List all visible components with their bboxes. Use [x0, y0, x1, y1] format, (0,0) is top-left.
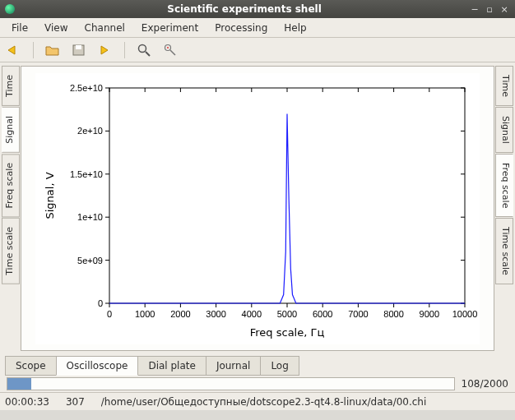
forward-icon — [98, 44, 113, 56]
menu-processing[interactable]: Processing — [208, 20, 274, 36]
magnifier-icon — [137, 44, 151, 57]
right-side-tabs: TimeSignalFreq scaleTime scale — [495, 66, 513, 351]
window-buttons: − ▫ × — [469, 3, 510, 15]
svg-text:5e+09: 5e+09 — [77, 255, 103, 265]
save-icon — [72, 44, 86, 57]
save-button[interactable] — [70, 41, 88, 59]
svg-text:2e+10: 2e+10 — [77, 126, 103, 136]
toolbar — [0, 38, 515, 62]
separator — [33, 42, 34, 58]
svg-text:5000: 5000 — [277, 309, 297, 319]
tab-scope[interactable]: Scope — [5, 356, 57, 376]
side-tab-freq-scale[interactable]: Freq scale — [495, 154, 513, 217]
svg-text:Freq scale, Гц: Freq scale, Гц — [250, 326, 325, 339]
signal-plot: 0100020003000400050006000700080009000100… — [35, 73, 480, 344]
svg-text:8000: 8000 — [383, 309, 403, 319]
progress-fill — [7, 378, 31, 390]
tab-dial-plate[interactable]: Dial plate — [137, 356, 206, 376]
side-tab-freq-scale[interactable]: Freq scale — [2, 154, 20, 217]
menubar: File View Channel Experiment Processing … — [0, 18, 515, 38]
svg-text:7000: 7000 — [348, 309, 368, 319]
probe-icon — [164, 44, 177, 57]
side-tab-signal[interactable]: Signal — [2, 107, 20, 153]
svg-point-6 — [167, 47, 169, 48]
menu-channel[interactable]: Channel — [78, 20, 132, 36]
side-tab-time[interactable]: Time — [495, 66, 513, 106]
side-tab-time-scale[interactable]: Time scale — [495, 218, 513, 284]
separator — [124, 42, 125, 58]
svg-text:1000: 1000 — [135, 309, 155, 319]
maximize-button[interactable]: ▫ — [484, 3, 495, 15]
progress-counter: 108/2000 — [460, 378, 509, 390]
svg-point-2 — [139, 44, 146, 52]
svg-text:0: 0 — [98, 298, 103, 308]
statusbar: 00:00:33 307 /home/user/Общедоступные/do… — [0, 392, 515, 410]
svg-text:10000: 10000 — [452, 309, 478, 319]
svg-text:3000: 3000 — [206, 309, 225, 319]
tab-log[interactable]: Log — [260, 356, 299, 376]
back-button[interactable] — [5, 41, 23, 59]
svg-line-5 — [170, 50, 175, 55]
workspace: TimeSignalFreq scaleTime scale 010002000… — [0, 62, 515, 354]
close-button[interactable]: × — [499, 3, 510, 15]
status-path: /home/user/Общедоступные/dotscope2.3-qt4… — [101, 396, 510, 408]
side-tab-time-scale[interactable]: Time scale — [2, 218, 20, 284]
svg-text:4000: 4000 — [242, 309, 262, 319]
side-tab-time[interactable]: Time — [2, 66, 20, 106]
measure-button[interactable] — [161, 41, 179, 59]
svg-rect-1 — [76, 45, 81, 49]
progress-bar[interactable] — [7, 377, 455, 390]
svg-line-3 — [146, 52, 150, 56]
open-button[interactable] — [44, 41, 62, 59]
app-icon — [5, 4, 15, 14]
status-value: 307 — [66, 396, 85, 408]
svg-text:1e+10: 1e+10 — [77, 212, 103, 222]
back-icon — [7, 44, 21, 56]
minimize-button[interactable]: − — [469, 3, 480, 15]
menu-file[interactable]: File — [5, 20, 35, 36]
svg-text:1.5e+10: 1.5e+10 — [70, 168, 103, 178]
zoom-button[interactable] — [135, 41, 153, 59]
svg-text:0: 0 — [107, 309, 112, 319]
tab-journal[interactable]: Journal — [206, 356, 262, 376]
left-side-tabs: TimeSignalFreq scaleTime scale — [2, 66, 20, 351]
plot-area[interactable]: 0100020003000400050006000700080009000100… — [21, 66, 494, 351]
svg-text:2000: 2000 — [170, 309, 190, 319]
svg-text:6000: 6000 — [313, 309, 332, 319]
tab-oscilloscope[interactable]: Oscilloscope — [56, 356, 139, 376]
side-tab-signal[interactable]: Signal — [495, 107, 513, 153]
bottom-tabbar: ScopeOscilloscopeDial plateJournalLog — [0, 354, 515, 376]
svg-text:Signal, V: Signal, V — [44, 172, 56, 219]
titlebar: Scientific experiments shell − ▫ × — [0, 0, 515, 18]
svg-text:2.5e+10: 2.5e+10 — [70, 83, 103, 93]
progress-row: 108/2000 — [0, 376, 515, 392]
status-time: 00:00:33 — [5, 396, 49, 408]
menu-help[interactable]: Help — [277, 20, 313, 36]
folder-open-icon — [45, 44, 60, 57]
menu-experiment[interactable]: Experiment — [135, 20, 205, 36]
window-title: Scientific experiments shell — [20, 3, 469, 15]
svg-text:9000: 9000 — [420, 309, 439, 319]
menu-view[interactable]: View — [38, 20, 74, 36]
forward-button[interactable] — [96, 41, 114, 59]
